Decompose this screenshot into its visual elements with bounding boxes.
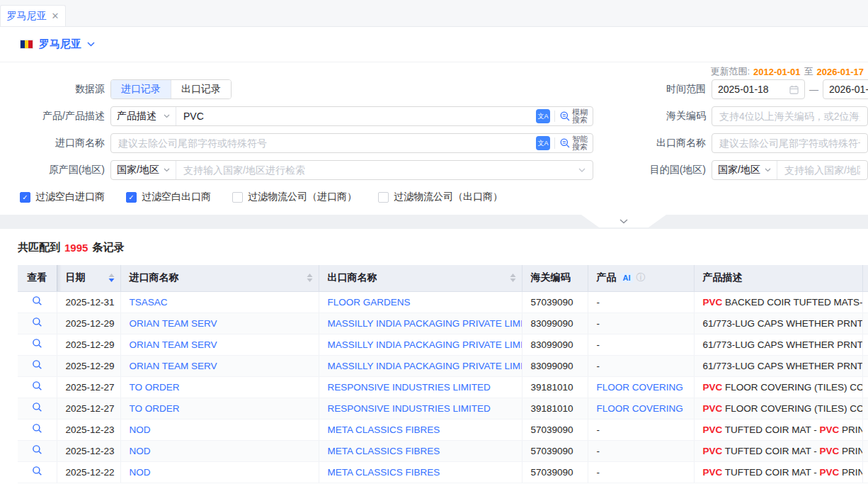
translate-icon[interactable]: 文A	[536, 109, 550, 123]
sort-icon-exporter[interactable]	[510, 274, 516, 282]
exporter-link[interactable]: MASSILLY INDIA PACKAGING PRIVATE LIMI...	[328, 361, 522, 371]
importer-link[interactable]: ORIAN TEAM SERV	[130, 361, 217, 371]
column-header-importer[interactable]: 进口商名称	[120, 265, 319, 291]
magnifier-icon	[32, 423, 42, 434]
view-record-button[interactable]	[32, 423, 42, 434]
importer-search-input[interactable]	[111, 134, 532, 152]
smart-search-button[interactable]: 智能 搜索	[555, 135, 593, 151]
checkbox-filter-blank-exporter[interactable]: ✓ 过滤空白出口商	[126, 191, 211, 203]
exporter-link[interactable]: MASSILLY INDIA PACKAGING PRIVATE LIMI...	[328, 339, 522, 350]
column-header-exporter[interactable]: 出口商名称	[319, 265, 522, 291]
row-hs-code: 57039090	[522, 291, 588, 313]
exporter-label: 出口商名称	[593, 137, 706, 150]
exporter-link[interactable]: RESPONSIVE INDUSTRIES LIMITED	[328, 382, 491, 393]
view-record-button[interactable]	[32, 381, 42, 391]
data-source-label: 数据源	[20, 83, 105, 96]
row-product: -	[588, 334, 694, 355]
exporter-link[interactable]: FLOOR GARDENS	[328, 297, 411, 308]
dest-country-label: 目的国(地区)	[593, 164, 706, 176]
column-header-date[interactable]: 日期	[57, 265, 120, 291]
sort-icon-importer[interactable]	[307, 274, 313, 282]
info-icon[interactable]: ⓘ	[636, 271, 646, 284]
product-type-select[interactable]: 产品描述	[111, 107, 176, 125]
origin-country-select[interactable]: 国家/地区	[111, 161, 176, 179]
product-search-input[interactable]	[176, 107, 532, 125]
results-panel: 共匹配到 1995 条记录 查看 日期	[0, 229, 868, 483]
chevron-down-icon[interactable]	[87, 42, 95, 47]
update-range-to: 至	[804, 65, 813, 78]
view-record-button[interactable]	[32, 466, 42, 476]
exporter-link[interactable]: META CLASSICS FIBRES	[328, 467, 440, 478]
row-description: 61/773-LUG CAPS WHETHER PRNTD...	[694, 355, 862, 376]
exporter-input[interactable]	[712, 133, 868, 153]
row-date: 2025-12-23	[57, 440, 120, 461]
importer-link[interactable]: NOD	[130, 446, 151, 456]
results-summary: 共匹配到 1995 条记录	[18, 240, 868, 254]
product-link[interactable]: FLOOR COVERING	[597, 403, 683, 414]
origin-country-input[interactable]	[176, 161, 578, 179]
view-record-button[interactable]	[32, 296, 42, 306]
row-description: 61/773-LUG CAPS WHETHER PRNTD...	[694, 334, 862, 355]
importer-link[interactable]: TO ORDER	[130, 382, 180, 393]
table-header-row: 查看 日期 进口商名称	[18, 265, 868, 291]
dest-country-select[interactable]: 国家/地区	[712, 161, 777, 179]
panel-separator	[0, 215, 868, 229]
checkbox-filter-blank-importer[interactable]: ✓ 过滤空白进口商	[20, 191, 105, 203]
row-date: 2025-12-29	[57, 334, 120, 355]
row-product: -	[588, 355, 694, 376]
translate-icon[interactable]: 文A	[536, 136, 550, 150]
row-hs-code: 83099090	[522, 313, 588, 334]
collapse-filters-button[interactable]	[581, 215, 666, 227]
smart-search-line2: 搜索	[572, 143, 588, 151]
dest-country-input[interactable]	[777, 161, 867, 179]
view-record-button[interactable]	[32, 402, 42, 412]
view-record-button[interactable]	[32, 444, 42, 455]
importer-link[interactable]: ORIAN TEAM SERV	[130, 339, 217, 350]
checkbox-icon: ✓	[20, 192, 30, 203]
chevron-down-icon	[765, 168, 771, 172]
import-records-button[interactable]: 进口记录	[111, 80, 171, 99]
exporter-link[interactable]: META CLASSICS FIBRES	[328, 446, 440, 456]
sort-icon-date[interactable]	[108, 274, 115, 282]
importer-link[interactable]: TO ORDER	[130, 403, 180, 414]
results-count: 1995	[64, 242, 88, 254]
exporter-link[interactable]: META CLASSICS FIBRES	[328, 424, 440, 435]
exporter-link[interactable]: MASSILLY INDIA PACKAGING PRIVATE LIMI...	[328, 318, 522, 329]
checkbox-filter-logistics-importer[interactable]: 过滤物流公司（进口商）	[232, 191, 357, 203]
chevron-down-icon	[164, 114, 170, 118]
chevron-down-icon	[164, 168, 170, 172]
view-record-button[interactable]	[32, 338, 42, 349]
importer-label: 进口商名称	[20, 137, 105, 150]
magnifier-icon	[32, 296, 42, 306]
hs-code-input[interactable]	[712, 106, 868, 126]
row-hs-code: 57039090	[522, 461, 588, 483]
date-start-input[interactable]: 2025-01-18	[712, 79, 805, 99]
magnifier-icon	[32, 444, 42, 455]
data-source-segmented: 进口记录 出口记录	[110, 79, 232, 99]
product-link[interactable]: FLOOR COVERING	[597, 382, 683, 393]
view-record-button[interactable]	[32, 317, 42, 327]
column-header-view: 查看	[18, 265, 57, 291]
checkbox-filter-logistics-exporter[interactable]: 过滤物流公司（出口商）	[378, 191, 503, 203]
magnifier-icon	[32, 402, 42, 412]
romania-flag-icon	[20, 40, 33, 49]
importer-link[interactable]: NOD	[130, 467, 151, 478]
table-row: 2025-12-29 ORIAN TEAM SERV MASSILLY INDI…	[18, 313, 868, 334]
importer-link[interactable]: ORIAN TEAM SERV	[130, 318, 217, 329]
fuzzy-search-button[interactable]: 模糊 搜索	[555, 108, 593, 124]
magnifier-icon	[32, 317, 42, 327]
export-records-button[interactable]: 出口记录	[171, 80, 231, 99]
date-end-input[interactable]: 2026-01-17	[823, 79, 868, 99]
exporter-link[interactable]: RESPONSIVE INDUSTRIES LIMITED	[328, 403, 491, 414]
search-icon	[559, 137, 571, 149]
importer-link[interactable]: TSASAC	[130, 297, 168, 308]
table-row: 2025-12-29 ORIAN TEAM SERV MASSILLY INDI…	[18, 355, 868, 376]
view-record-button[interactable]	[32, 359, 42, 370]
chevron-down-icon[interactable]	[578, 168, 586, 172]
date-start-value: 2025-01-18	[718, 84, 769, 95]
filter-checkbox-row: ✓ 过滤空白进口商 ✓ 过滤空白出口商 过滤物流公司（进口商） 过滤物流公司（出…	[20, 189, 868, 205]
importer-link[interactable]: NOD	[130, 424, 151, 435]
tab-close-icon[interactable]: ✕	[52, 11, 59, 21]
summary-prefix: 共匹配到	[18, 241, 60, 254]
tab-romania[interactable]: 罗马尼亚 ✕	[0, 5, 66, 26]
